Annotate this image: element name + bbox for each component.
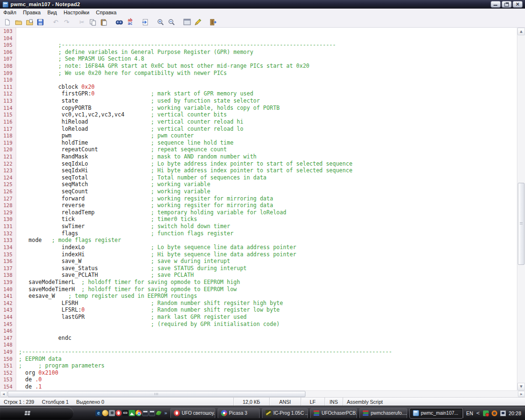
windows-flag-icon [24,411,30,415]
redo-icon[interactable]: ↷ [61,17,72,27]
task-ic-prog[interactable]: IC-Prog 1.05C ... [262,408,308,419]
code-line: 125 seqMatch ; working variable [0,181,517,188]
scroll-up-arrow-icon[interactable]: ▲ [517,28,525,35]
scroll-down-arrow-icon[interactable]: ▼ [517,383,525,390]
quick-launch-bar: e ICO [95,410,162,416]
code-line: 115 vc0,vc1,vc2,vc3,vc4 ; vertical count… [0,111,517,118]
console-window-icon[interactable] [181,17,192,27]
status-syntax-scheme[interactable]: Assembly Script [343,398,400,406]
code-line: 145 ; (required by GPR initialisation co… [0,321,517,328]
archive-books-icon [363,410,369,416]
code-line: 150; EEPROM data [0,356,517,363]
task-pwmchaserufo[interactable]: pwmchaserufo.... [359,408,407,419]
gold-app-icon[interactable] [102,410,108,416]
restore-button[interactable] [502,1,512,8]
code-line: 149;------------------------------------… [0,348,517,356]
tray-clock[interactable]: 20:28 [509,410,521,416]
task-picasa[interactable]: Picasa 3 [218,408,260,419]
chrome-icon[interactable] [136,410,142,416]
status-eol[interactable]: LF [301,398,325,406]
desktop: pwmc_main107 - Notepad2 Файл Правка Вид … [0,0,525,420]
code-line: 112 firstGPR:0 ; mark start of GPR memor… [0,90,517,97]
swoosh-icon[interactable] [156,410,162,416]
vertical-scroll-thumb[interactable] [518,183,525,265]
calendar-icon[interactable] [142,410,148,416]
code-line: 114 copyPORTB ; working variable, holds … [0,105,517,112]
open-folder-view-icon[interactable] [24,17,35,27]
undo-icon[interactable]: ↶ [50,17,61,27]
horizontal-scrollbar[interactable]: ◄ ► [0,390,525,397]
paste-icon[interactable] [98,17,109,27]
language-indicator[interactable]: EN [466,410,473,416]
ie-icon[interactable]: e [95,410,102,416]
code-line: 142 LFSRH ; Random number shift regsiter… [0,300,517,307]
code-line: 137 save_Status ; save STATUS during int… [0,265,517,272]
taskbar: e ICO » UFO светошоу... Picasa 3 IC-Pr [0,406,525,420]
code-line: 109 ; We use 0x20 here for compatibilty … [0,70,517,77]
task-ufochaserpcb[interactable]: UFOchaserPCB... [310,408,357,419]
horizontal-scroll-thumb[interactable] [8,391,305,397]
copy-icon[interactable] [87,17,98,27]
code-line: 118 pwm ; pwm counter [0,132,517,139]
antivirus-icon[interactable] [483,410,489,416]
code-line: 153 de .0 [0,376,517,383]
code-line: 129 reloadTemp ; temporary holding varia… [0,209,517,216]
ico-editor-icon[interactable]: ICO [122,410,128,416]
tray-separator [463,409,463,418]
menu-edit[interactable]: Правка [20,9,44,16]
orange-ring-icon[interactable] [492,410,497,416]
zoom-out-icon[interactable] [166,17,177,27]
replace-icon[interactable]: abac [125,17,136,27]
close-button[interactable] [513,1,523,8]
exit-icon[interactable] [208,17,219,27]
start-button[interactable] [0,407,74,420]
code-line: 126 seqCount ; working variable [0,188,517,195]
vertical-scrollbar[interactable]: ▲ ▼ [517,28,525,390]
zoom-in-icon[interactable] [155,17,166,27]
status-encoding[interactable]: ANSI [269,398,301,406]
cut-icon[interactable]: ✂ [76,17,87,27]
opera-icon[interactable] [116,410,122,416]
code-line: 121 RandMask ; mask to AND random number… [0,153,517,160]
task-ufo-svetoshow[interactable]: UFO светошоу... [170,408,215,419]
menu-view[interactable]: Вид [44,9,60,16]
network-icon[interactable] [500,410,506,416]
camera-icon[interactable] [109,410,115,416]
code-line: 123 seqIdxHi ; Hi byte address index poi… [0,167,517,174]
code-line: 131 swTimer ; switch hold down timer [0,223,517,230]
status-insert-mode[interactable]: INS [325,398,343,406]
code-line: 110 [0,76,517,84]
window-title: pwmc_main107 - Notepad2 [10,1,80,7]
task-buttons: UFO светошоу... Picasa 3 IC-Prog 1.05C .… [170,408,463,419]
code-area[interactable]: 103104105 ;-----------------------------… [0,28,517,390]
open-file-icon[interactable] [13,17,24,27]
code-line: 132 flags ; function flags register [0,230,517,237]
tray-collapse-chevron[interactable]: < [476,410,480,416]
code-line: 119 holdTime ; sequence line hold time [0,139,517,147]
edit-scheme-icon[interactable] [192,17,203,27]
code-line: 130 tick ; timer0 ticks [0,216,517,223]
menu-bar: Файл Правка Вид Настройки Справка [0,9,525,17]
task-pwmc-main107[interactable]: pwmc_main107... [410,408,463,419]
find-icon[interactable] [114,17,125,27]
scroll-right-arrow-icon[interactable]: ► [518,391,525,397]
code-line: 105 ;-----------------------------------… [0,42,517,49]
code-line: 128 reverse ; working regsiter for mirro… [0,202,517,209]
scroll-left-arrow-icon[interactable]: ◄ [0,391,7,397]
save-icon[interactable] [35,17,46,27]
image-viewer-icon[interactable] [129,410,135,416]
code-line: 103 [0,28,517,35]
code-line: 117 loReload ; vertical counter reload l… [0,126,517,133]
quick-launch-overflow-chevron[interactable]: » [164,410,168,416]
minimize-button[interactable] [491,1,501,8]
editor: 103104105 ;-----------------------------… [0,28,525,390]
archive-books-icon [314,410,320,416]
calendar-icon[interactable] [149,410,155,416]
new-file-icon[interactable] [2,17,13,27]
menu-settings[interactable]: Настройки [60,9,93,16]
opera-icon [174,410,180,416]
goto-icon[interactable] [140,17,151,27]
menu-file[interactable]: Файл [0,9,20,16]
code-line: 143 LFSRL:0 ; Random number shift regist… [0,306,517,314]
menu-help[interactable]: Справка [93,9,120,16]
